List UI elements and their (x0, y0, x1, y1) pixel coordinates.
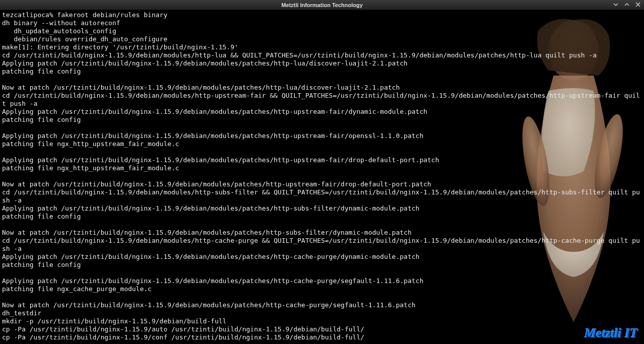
minimize-button[interactable] (612, 1, 620, 8)
maximize-button[interactable] (623, 1, 631, 8)
titlebar: Metztli Information Technology (0, 0, 644, 10)
close-button[interactable] (634, 1, 642, 8)
window-controls (612, 1, 642, 8)
terminal[interactable]: tezcatlipoca% fakeroot debian/rules bina… (0, 10, 644, 344)
window-title: Metztli Information Technology (281, 2, 363, 8)
terminal-output: tezcatlipoca% fakeroot debian/rules bina… (2, 11, 642, 341)
